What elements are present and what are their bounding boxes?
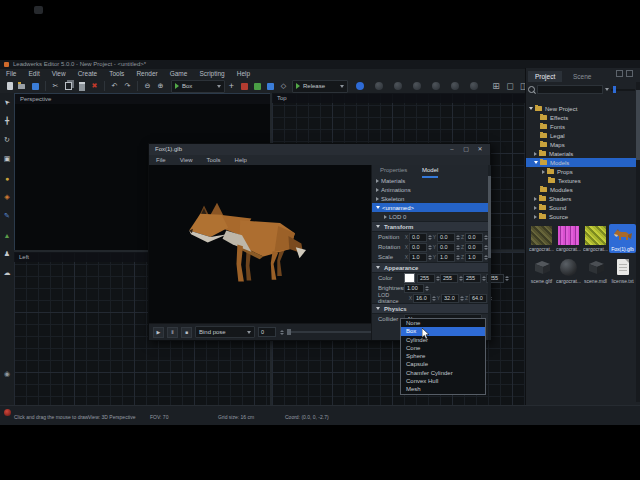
expander-icon[interactable]: [529, 107, 533, 110]
model-tool[interactable]: ◈: [1, 191, 13, 203]
viewport-toggle-2[interactable]: [375, 82, 383, 90]
menu-edit[interactable]: Edit: [22, 69, 45, 79]
scale-z-field[interactable]: 1.0: [465, 253, 483, 262]
project-tree-shaders[interactable]: Shaders: [526, 194, 636, 203]
viewport-toggle-3[interactable]: [394, 82, 402, 90]
animation-combo[interactable]: Bind pose: [195, 326, 255, 338]
expander-icon[interactable]: [534, 161, 538, 164]
tree-item-unnamed[interactable]: <unnamed>: [372, 203, 488, 212]
cut-button[interactable]: ✂: [49, 80, 62, 92]
tree-item-materials[interactable]: Materials: [372, 176, 488, 185]
minimize-button[interactable]: –: [446, 145, 458, 154]
section-physics[interactable]: Physics: [372, 303, 488, 314]
project-scrollbar[interactable]: [636, 82, 640, 402]
menu-game[interactable]: Game: [164, 69, 194, 79]
layout-single-button[interactable]: ◻: [503, 80, 517, 92]
layout-quad-button[interactable]: ⊞: [489, 80, 503, 92]
terrain-tool[interactable]: ▲: [1, 229, 13, 241]
scale-x-field[interactable]: 1.0: [409, 253, 427, 262]
model-menu-tools[interactable]: Tools: [200, 155, 228, 165]
move-tool[interactable]: ╋: [1, 115, 13, 127]
expander-icon[interactable]: [534, 152, 537, 156]
tab-properties[interactable]: Properties: [380, 165, 407, 176]
dock-icon[interactable]: [616, 70, 623, 77]
expander-icon[interactable]: [534, 206, 537, 210]
primitive-combo[interactable]: Box: [171, 80, 225, 93]
expander-icon[interactable]: [376, 206, 380, 209]
pause-button[interactable]: Ⅱ: [167, 327, 178, 338]
record-status-icon[interactable]: [4, 409, 11, 416]
project-tree-materials[interactable]: Materials: [526, 149, 636, 158]
expander-icon[interactable]: [534, 197, 537, 201]
model-menu-view[interactable]: View: [173, 155, 200, 165]
file-cargocrate-2[interactable]: cargocrat...: [555, 224, 582, 253]
project-tree-effects[interactable]: Effects: [526, 113, 636, 122]
new-button[interactable]: [3, 80, 16, 92]
slider-thumb[interactable]: [613, 86, 616, 93]
option-convex-hull[interactable]: Convex Hull: [401, 377, 485, 385]
option-chamfer-cylinder[interactable]: Chamfer Cylinder: [401, 369, 485, 377]
material-red-button[interactable]: [238, 80, 251, 92]
frame-field[interactable]: 0: [258, 327, 276, 337]
stop-button[interactable]: ■: [181, 327, 192, 338]
project-tree-new-project[interactable]: New Project: [526, 104, 636, 113]
menu-view[interactable]: View: [46, 69, 72, 79]
zoom-in-button[interactable]: ⊕: [154, 80, 167, 92]
paste-button[interactable]: [75, 80, 88, 92]
file-cargocrate-1[interactable]: cargocrat...: [528, 224, 555, 253]
expander-icon[interactable]: [384, 215, 387, 219]
expander-icon[interactable]: [376, 188, 379, 192]
lod-x-field[interactable]: 16.0: [413, 294, 431, 303]
file-cargocrate-3[interactable]: cargocrat...: [582, 224, 609, 253]
rotation-y-field[interactable]: 0.0: [437, 243, 455, 252]
sphere-tool[interactable]: ●: [1, 172, 13, 184]
zoom-out-button[interactable]: ⊖: [141, 80, 154, 92]
run-mode-combo[interactable]: Release: [292, 80, 348, 93]
file-license-txt[interactable]: license.txt: [609, 256, 636, 285]
viewport-toggle-7[interactable]: [470, 82, 478, 90]
add-button[interactable]: +: [225, 80, 238, 92]
color-swatch[interactable]: [404, 273, 415, 283]
scrollbar-thumb[interactable]: [488, 176, 491, 258]
model-menu-help[interactable]: Help: [228, 155, 254, 165]
stepper[interactable]: [424, 284, 429, 292]
option-box[interactable]: Box: [401, 327, 485, 335]
section-appearance[interactable]: Appearance: [372, 262, 488, 273]
maximize-button[interactable]: ▢: [460, 145, 472, 154]
eye-icon[interactable]: ◉: [1, 368, 13, 380]
color-r-field[interactable]: 255: [417, 274, 435, 283]
section-transform[interactable]: Transform: [372, 221, 488, 232]
expander-icon[interactable]: [376, 179, 379, 183]
option-sphere[interactable]: Sphere: [401, 352, 485, 360]
expander-icon[interactable]: [376, 197, 379, 201]
thumbnail-size-slider[interactable]: [611, 89, 635, 91]
delete-button[interactable]: ✖: [88, 80, 101, 92]
scrollbar-thumb[interactable]: [636, 90, 640, 160]
rotation-z-field[interactable]: 0.0: [465, 243, 483, 252]
viewport-toggle-5[interactable]: [432, 82, 440, 90]
tree-item-skeleton[interactable]: Skeleton: [372, 194, 488, 203]
rotation-x-field[interactable]: 0.0: [409, 243, 427, 252]
file-fox-glb[interactable]: Fox(1).glb: [609, 224, 636, 253]
scale-tool[interactable]: ▣: [1, 153, 13, 165]
project-tree-maps[interactable]: Maps: [526, 140, 636, 149]
frame-stepper[interactable]: [279, 328, 284, 336]
project-tree-fonts[interactable]: Fonts: [526, 122, 636, 131]
file-cargocrate-4[interactable]: cargocrat...: [555, 256, 582, 285]
position-z-field[interactable]: 0.0: [465, 233, 483, 242]
panel-scrollbar[interactable]: [488, 165, 491, 340]
menu-create[interactable]: Create: [72, 69, 104, 79]
expander-icon[interactable]: [542, 170, 545, 174]
menu-scripting[interactable]: Scripting: [193, 69, 230, 79]
play-button[interactable]: ▶: [153, 327, 164, 338]
option-mesh[interactable]: Mesh: [401, 385, 485, 393]
project-tree-props[interactable]: Props: [526, 167, 636, 176]
tab-project[interactable]: Project: [528, 71, 562, 82]
timeline-thumb[interactable]: [287, 329, 291, 335]
project-tree-sound[interactable]: Sound: [526, 203, 636, 212]
save-button[interactable]: [29, 80, 42, 92]
file-scene-mdl[interactable]: scene.mdl: [582, 256, 609, 285]
viewport-toggle-1[interactable]: [356, 82, 364, 90]
paint-tool[interactable]: ✎: [1, 210, 13, 222]
rotate-tool[interactable]: ↻: [1, 134, 13, 146]
